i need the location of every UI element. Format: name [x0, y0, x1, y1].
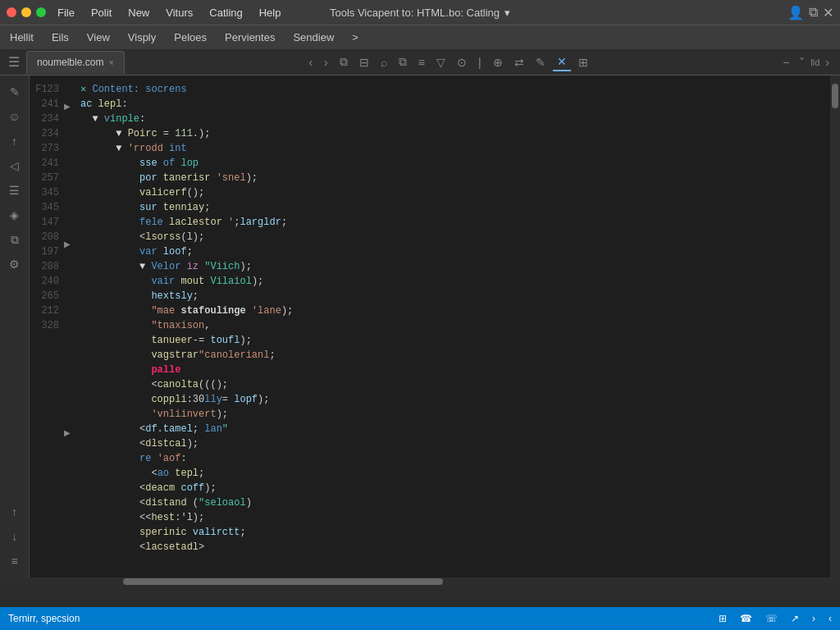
tab-scroll-right[interactable]: ›: [821, 54, 833, 71]
menu-sendiew[interactable]: Sendiew: [290, 30, 337, 45]
activity-bar: ✎ ☺ ↑ ◁ ☰ ◈ ⧉ ⚙ ↑ ↓ ≡: [0, 75, 30, 578]
tab-scroll-chevron[interactable]: ˅: [795, 54, 809, 71]
main-editor-area: ✎ ☺ ↑ ◁ ☰ ◈ ⧉ ⚙ ↑ ↓ ≡ F123 241 234 234 2…: [0, 75, 840, 578]
status-bar: Ternirr, specsion ⊞ ☎ ☏ ↗ › ‹: [0, 607, 840, 630]
status-phone2-icon[interactable]: ☏: [765, 613, 778, 624]
status-right: ⊞ ☎ ☏ ↗ › ‹: [719, 613, 832, 624]
tab-nav-bar[interactable]: |: [474, 54, 486, 71]
menu-hellit[interactable]: Hellit: [7, 30, 37, 45]
menu-help[interactable]: Help: [256, 5, 285, 21]
activity-settings-icon[interactable]: ⚙: [5, 254, 25, 274]
fold-arrow-3[interactable]: ▶: [64, 428, 71, 437]
menu-catling[interactable]: Catling: [206, 5, 245, 21]
user-icon[interactable]: 👤: [788, 5, 804, 21]
tab-nav-copy[interactable]: ⧉: [395, 53, 411, 71]
tab-nav-forward[interactable]: ›: [320, 54, 332, 71]
status-prev-icon[interactable]: ‹: [829, 613, 832, 624]
menu-view[interactable]: View: [84, 30, 113, 45]
activity-git-icon[interactable]: ⧉: [5, 230, 25, 249]
second-menu-bar: Hellit Eils View Visply Peloes Perviente…: [0, 25, 840, 49]
tab-nav-x[interactable]: ✕: [553, 53, 571, 71]
active-tab[interactable]: noumelble.com ×: [26, 51, 125, 74]
menu-polit[interactable]: Polit: [88, 5, 115, 21]
tab-nav-grid[interactable]: ⊟: [355, 54, 373, 71]
horizontal-scrollbar[interactable]: [0, 578, 840, 586]
window-title: Tools Vicapent to: HTML.bo: Catling ▾: [330, 7, 510, 19]
menu-pervientes[interactable]: Pervientes: [221, 30, 278, 45]
activity-bookmark-icon[interactable]: ◈: [5, 205, 25, 225]
tab-bar: ☰ noumelble.com × ‹ › ⧉ ⊟ ⌕ ⧉ ≡ ▽ ⊙ | ⊕ …: [0, 49, 840, 75]
menu-new[interactable]: New: [125, 5, 153, 21]
status-grid-icon[interactable]: ⊞: [719, 613, 727, 624]
menu-visply[interactable]: Visply: [125, 30, 159, 45]
scroll-thumb[interactable]: [832, 84, 838, 108]
tab-nav-eq[interactable]: ≡: [414, 54, 429, 71]
fold-arrow-2[interactable]: ▶: [64, 240, 71, 249]
status-arrow-icon[interactable]: ↗: [791, 613, 799, 624]
tab-scroll-left[interactable]: −: [778, 54, 793, 71]
menu-more[interactable]: >: [349, 30, 362, 45]
status-phone-icon[interactable]: ☎: [740, 613, 752, 624]
line-numbers: F123 241 234 234 273 241 257 345 345 147…: [30, 75, 62, 578]
code-editor[interactable]: F123 241 234 234 273 241 257 345 345 147…: [30, 75, 840, 578]
traffic-lights: [7, 7, 46, 17]
tab-nav-split[interactable]: ⧉: [336, 53, 352, 71]
tab-nav-search[interactable]: ⌕: [377, 54, 391, 71]
fold-area: ▶ ▶ ▶: [62, 75, 74, 578]
menu-viturs[interactable]: Viturs: [162, 5, 196, 21]
close-button[interactable]: [7, 7, 16, 17]
tab-navigation: ‹ › ⧉ ⊟ ⌕ ⧉ ≡ ▽ ⊙ | ⊕ ⇄ ✎ ✕ ⊞: [304, 53, 598, 71]
activity-config-icon[interactable]: ≡: [5, 551, 25, 571]
tab-nav-pen[interactable]: ✎: [532, 54, 550, 71]
activity-extensions-icon[interactable]: ☰: [5, 180, 25, 200]
code-content[interactable]: ✕ Content: socrens ac lepl: ▼ vinple: ▼ …: [74, 75, 830, 578]
vertical-scrollbar[interactable]: [830, 75, 840, 578]
h-scroll-thumb[interactable]: [123, 578, 443, 585]
tab-end-label: lld: [810, 57, 819, 67]
window-close-icon[interactable]: ✕: [823, 5, 833, 21]
tab-nav-wrap[interactable]: ⊕: [489, 54, 507, 71]
tab-label: noumelble.com: [37, 57, 103, 68]
tab-nav-grid2[interactable]: ⊞: [574, 54, 592, 71]
activity-search-icon[interactable]: ☺: [5, 107, 25, 126]
menu-bar: File Polit New Viturs Catling Help: [54, 5, 284, 21]
status-next-icon[interactable]: ›: [812, 613, 815, 624]
menu-file[interactable]: File: [54, 5, 78, 21]
maximize-button[interactable]: [36, 7, 46, 17]
fold-arrow-1[interactable]: ▶: [64, 102, 71, 111]
tab-nav-down[interactable]: ▽: [432, 54, 450, 71]
tab-close-button[interactable]: ×: [108, 57, 113, 67]
activity-up-icon[interactable]: ↑: [5, 502, 25, 522]
sidebar-toggle-icon[interactable]: ☰: [8, 54, 20, 70]
tab-nav-pin[interactable]: ⊙: [453, 54, 471, 71]
activity-down-icon[interactable]: ↓: [5, 527, 25, 546]
title-bar: File Polit New Viturs Catling Help Tools…: [0, 0, 840, 25]
resize-icon[interactable]: ⧉: [809, 5, 818, 20]
window-controls: 👤 ⧉ ✕: [788, 5, 833, 21]
status-text: Ternirr, specsion: [8, 613, 80, 624]
title-dropdown-icon[interactable]: ▾: [504, 7, 510, 19]
activity-edit-icon[interactable]: ✎: [5, 82, 25, 102]
minimize-button[interactable]: [21, 7, 31, 17]
activity-source-icon[interactable]: ↑: [5, 131, 25, 151]
tab-nav-arrows[interactable]: ⇄: [510, 54, 528, 71]
menu-eils[interactable]: Eils: [48, 30, 72, 45]
activity-debug-icon[interactable]: ◁: [5, 156, 25, 176]
menu-peloes[interactable]: Peloes: [171, 30, 210, 45]
tab-nav-back[interactable]: ‹: [304, 54, 317, 71]
